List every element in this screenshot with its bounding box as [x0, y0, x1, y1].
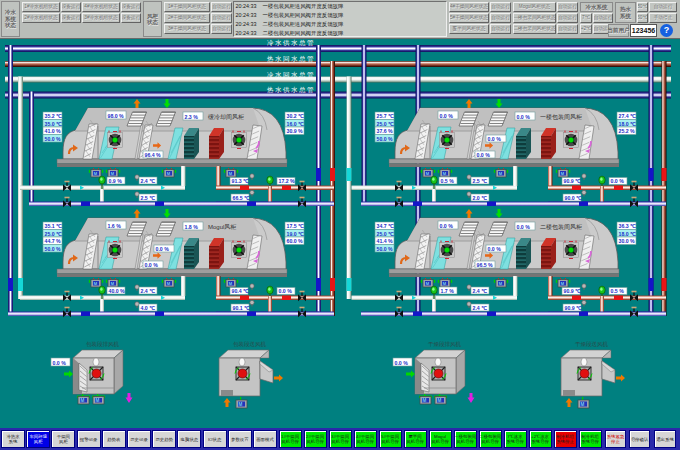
svg-text:热水回水总管: 热水回水总管	[267, 55, 315, 63]
svg-text:0.0 %: 0.0 %	[488, 246, 502, 252]
svg-text:34.7 ℃: 34.7 ℃	[377, 223, 395, 229]
svg-text:M: M	[561, 281, 564, 286]
svg-text:30.9 %: 30.9 %	[287, 128, 304, 134]
svg-text:30.2 ℃: 30.2 ℃	[287, 113, 305, 119]
svg-text:干燥段排风机: 干燥段排风机	[428, 341, 462, 348]
svg-text:1.6 %: 1.6 %	[108, 223, 122, 229]
svg-text:90.9 ℃: 90.9 ℃	[564, 178, 582, 184]
svg-text:一楼包装间风柜: 一楼包装间风柜	[540, 114, 582, 121]
svg-text:热水供水总管: 热水供水总管	[267, 86, 315, 94]
svg-text:44.7 %: 44.7 %	[45, 238, 62, 244]
svg-text:冷水回水总管: 冷水回水总管	[267, 71, 315, 79]
svg-text:2.5 ℃: 2.5 ℃	[473, 178, 488, 184]
svg-text:98.0 %: 98.0 %	[108, 113, 125, 119]
svg-text:M: M	[239, 402, 243, 407]
svg-text:25.7 ℃: 25.7 ℃	[377, 113, 395, 119]
svg-text:M: M	[426, 281, 429, 286]
svg-text:50.0 %: 50.0 %	[377, 136, 394, 142]
svg-text:包装段送风机: 包装段送风机	[233, 341, 267, 348]
svg-text:M: M	[581, 402, 585, 407]
svg-text:M: M	[94, 171, 97, 176]
svg-text:M: M	[561, 171, 564, 176]
svg-text:19.0 ℃: 19.0 ℃	[287, 231, 305, 237]
svg-text:2.4 ℃: 2.4 ℃	[473, 305, 488, 311]
svg-text:M: M	[443, 171, 446, 176]
svg-text:0.0 %: 0.0 %	[477, 152, 491, 158]
svg-text:30.0 %: 30.0 %	[619, 238, 636, 244]
svg-text:M: M	[426, 171, 429, 176]
svg-text:90.4 ℃: 90.4 ℃	[232, 288, 250, 294]
svg-text:Mogul风柜: Mogul风柜	[208, 224, 236, 230]
svg-text:0.0 %: 0.0 %	[611, 178, 625, 184]
svg-text:M: M	[229, 281, 232, 286]
svg-text:0.9 %: 0.9 %	[109, 178, 123, 184]
svg-text:M: M	[111, 171, 114, 176]
svg-text:25.0 ℃: 25.0 ℃	[377, 121, 395, 127]
svg-text:60.0 %: 60.0 %	[287, 238, 304, 244]
svg-text:25.0 ℃: 25.0 ℃	[377, 231, 395, 237]
svg-text:16.0 ℃: 16.0 ℃	[287, 121, 305, 127]
svg-text:2.5 ℃: 2.5 ℃	[141, 195, 156, 201]
svg-text:干燥段送风机: 干燥段送风机	[575, 341, 609, 348]
svg-text:M: M	[94, 281, 97, 286]
svg-text:M: M	[229, 171, 232, 176]
svg-text:M: M	[81, 398, 85, 403]
svg-text:0.0 %: 0.0 %	[517, 224, 531, 230]
svg-text:M: M	[443, 281, 446, 286]
svg-text:2.4 ℃: 2.4 ℃	[141, 178, 156, 184]
svg-text:17.2 %: 17.2 %	[279, 178, 296, 184]
svg-text:1.7 %: 1.7 %	[441, 288, 455, 294]
svg-text:35.2 ℃: 35.2 ℃	[45, 113, 63, 119]
svg-text:2.0 ℃: 2.0 ℃	[473, 195, 488, 201]
svg-text:M: M	[167, 281, 170, 286]
svg-text:M: M	[499, 281, 502, 286]
svg-text:37.6 %: 37.6 %	[377, 128, 394, 134]
svg-text:0.0 %: 0.0 %	[156, 246, 170, 252]
svg-text:27.4 ℃: 27.4 ℃	[619, 113, 637, 119]
svg-text:0.0 %: 0.0 %	[440, 113, 454, 119]
svg-text:96.5 %: 96.5 %	[477, 262, 494, 268]
svg-text:0.5 %: 0.5 %	[441, 178, 455, 184]
svg-text:0.5 %: 0.5 %	[611, 288, 625, 294]
svg-text:M: M	[423, 398, 427, 403]
svg-text:0.0 %: 0.0 %	[395, 360, 409, 366]
svg-text:18.0 ℃: 18.0 ℃	[619, 231, 637, 237]
svg-text:2.3 %: 2.3 %	[185, 114, 199, 120]
svg-text:50.0 %: 50.0 %	[45, 136, 62, 142]
svg-text:M: M	[167, 171, 170, 176]
svg-text:冷水供水总管: 冷水供水总管	[267, 39, 315, 47]
svg-text:50.0 %: 50.0 %	[377, 246, 394, 252]
svg-text:0.0 %: 0.0 %	[517, 114, 531, 120]
svg-text:0.0 %: 0.0 %	[440, 223, 454, 229]
svg-text:35.1 ℃: 35.1 ℃	[45, 223, 63, 229]
svg-text:二楼包装间风柜: 二楼包装间风柜	[540, 224, 582, 231]
svg-text:90.9 ℃: 90.9 ℃	[564, 288, 582, 294]
svg-text:2.4 ℃: 2.4 ℃	[473, 288, 488, 294]
svg-text:18.0 ℃: 18.0 ℃	[619, 121, 637, 127]
svg-text:66.5 ℃: 66.5 ℃	[233, 195, 251, 201]
svg-text:M: M	[499, 171, 502, 176]
svg-text:35.0 ℃: 35.0 ℃	[45, 121, 63, 127]
svg-text:41.0 %: 41.0 %	[45, 128, 62, 134]
svg-text:90.1 ℃: 90.1 ℃	[233, 305, 251, 311]
svg-text:90.0 ℃: 90.0 ℃	[565, 195, 583, 201]
svg-text:91.3 ℃: 91.3 ℃	[232, 178, 250, 184]
svg-text:50.0 %: 50.0 %	[45, 246, 62, 252]
svg-text:0.0 %: 0.0 %	[279, 288, 293, 294]
svg-text:4.0 ℃: 4.0 ℃	[141, 305, 156, 311]
svg-text:17.5 ℃: 17.5 ℃	[287, 223, 305, 229]
svg-text:96.4 %: 96.4 %	[145, 152, 162, 158]
svg-text:包装段排风机: 包装段排风机	[86, 341, 120, 348]
svg-text:缓冷却间风柜: 缓冷却间风柜	[208, 114, 244, 121]
svg-text:41.4 %: 41.4 %	[377, 238, 394, 244]
svg-text:2.4 ℃: 2.4 ℃	[141, 288, 156, 294]
svg-text:25.2 %: 25.2 %	[619, 128, 636, 134]
svg-text:25.0 ℃: 25.0 ℃	[45, 231, 63, 237]
svg-text:M: M	[111, 281, 114, 286]
svg-text:0.0 %: 0.0 %	[145, 262, 159, 268]
svg-text:36.3 ℃: 36.3 ℃	[619, 223, 637, 229]
svg-text:40.0 %: 40.0 %	[109, 288, 126, 294]
svg-text:M: M	[438, 398, 442, 403]
svg-text:M: M	[96, 398, 100, 403]
svg-text:90.9 ℃: 90.9 ℃	[565, 305, 583, 311]
